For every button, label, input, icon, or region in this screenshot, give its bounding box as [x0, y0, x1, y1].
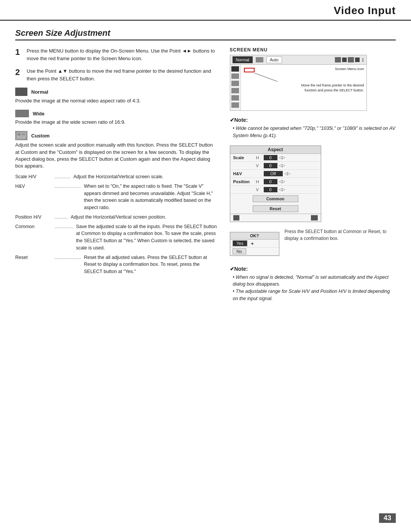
aspect-dialog-title: Aspect [230, 146, 321, 154]
aspect-pos-v-value: 0 [264, 187, 277, 192]
page-number: 43 [379, 513, 396, 523]
def-def-reset: Reset the all adjusted values. Press the… [84, 254, 218, 275]
sm-icon-4 [355, 58, 360, 62]
def-term-hv: H&V [15, 183, 51, 211]
sm-topbar: Normal Auto 1 [230, 55, 366, 65]
page-header: Video Input [0, 0, 411, 21]
sm-tab-auto: Auto [266, 56, 282, 63]
sm-icon-2 [342, 58, 347, 62]
sm-sidebar-1 [231, 66, 239, 72]
note-2-title: ✔Note: [230, 266, 396, 272]
sm-tab-normal: Normal [233, 56, 253, 63]
ok-yes-button[interactable]: Yes [233, 240, 248, 246]
screen-menu-ui: Normal Auto 1 [230, 55, 367, 111]
svg-rect-2 [21, 133, 25, 136]
def-def-scale-hv: Adjust the Horizontal/Vertical screen sc… [73, 173, 218, 181]
aspect-scale-h-arrow: ◁▷ [279, 155, 285, 160]
custom-mode-item: Custom [15, 131, 218, 140]
sm-sidebar-2 [231, 73, 239, 79]
normal-icon [15, 88, 27, 96]
step-1: 1 Press the MENU button to display the O… [15, 47, 218, 62]
wide-label: Wide [33, 111, 45, 117]
def-reset: Reset .................... Reset the all… [15, 254, 218, 275]
wide-mode-item: Wide [15, 110, 218, 117]
svg-line-4 [255, 73, 277, 81]
def-def-hv: When set to "On," the aspect ratio is fi… [84, 183, 218, 211]
aspect-row-hv: H&V Off ◁▷ [230, 170, 321, 178]
aspect-position-label: Position [233, 179, 256, 184]
aspect-row-scale-v: V 0 ◁▷ [230, 162, 321, 170]
page-content: Screen Size Adjustment 1 Press the MENU … [0, 21, 411, 323]
aspect-hv-value: Off [264, 171, 283, 176]
def-dots-2: .................... [54, 183, 81, 211]
note-2-bullet-2: • The adjustable range for Scale H/V and… [230, 288, 396, 302]
definition-list: Scale H/V ............ Adjust the Horizo… [15, 173, 218, 275]
note-2: ✔Note: • When no signal is detected, "No… [230, 266, 396, 302]
def-dots-4: .............. [54, 223, 73, 252]
def-term-reset: Reset [15, 254, 51, 275]
aspect-footer [230, 214, 321, 222]
aspect-pos-h-arrow: ◁▷ [279, 179, 285, 184]
sm-icon-screen [256, 57, 263, 62]
step-1-number: 1 [15, 47, 23, 62]
aspect-reset-row: Reset [230, 204, 321, 214]
sm-icon-3 [348, 57, 354, 62]
sm-sidebar-6 [231, 102, 239, 108]
step-1-text: Press the MENU button to display the On-… [27, 47, 218, 62]
aspect-footer-icon [233, 215, 239, 220]
aspect-common-button[interactable]: Common [253, 195, 298, 202]
confirm-section: OK? Yes ◄ No Press the SELECT button at … [230, 228, 396, 260]
ok-dialog-box: OK? Yes ◄ No [230, 232, 279, 256]
note-2-bullet-1: • When no signal is detected, "Normal" i… [230, 274, 396, 288]
aspect-reset-button[interactable]: Reset [253, 205, 298, 212]
step-2-number: 2 [15, 67, 23, 82]
sm-arrow-svg [255, 73, 300, 88]
sm-icon-1 [335, 57, 341, 62]
svg-rect-3 [18, 136, 25, 137]
aspect-row-pos-h: Position H 0 ◁▷ [230, 178, 321, 186]
left-column: 1 Press the MENU button to display the O… [15, 47, 218, 308]
sm-icon-num: 1 [362, 58, 364, 62]
aspect-scale-h-sub: H [256, 155, 264, 160]
sm-sidebar-3 [231, 81, 239, 86]
aspect-scale-v-arrow: ◁▷ [279, 163, 285, 168]
def-dots-3: .......... [54, 214, 68, 221]
wide-icon [15, 110, 29, 117]
def-term-scale-hv: Scale H/V [15, 173, 51, 181]
def-def-common: Save the adjusted scale to all the input… [76, 223, 218, 252]
def-term-common: Common [15, 223, 51, 252]
normal-label: Normal [31, 89, 48, 95]
aspect-pos-h-value: 0 [264, 179, 277, 184]
aspect-pos-h-sub: H [256, 179, 264, 184]
aspect-pos-v-sub: V [256, 187, 264, 192]
aspect-enter-icon [311, 215, 318, 220]
sm-arrow-desc: Move the red frame pointer to the desire… [299, 83, 364, 93]
aspect-row-scale-h: Scale H 0 ◁▷ [230, 154, 321, 162]
aspect-scale-h-value: 0 [264, 155, 277, 160]
def-scale-hv: Scale H/V ............ Adjust the Horizo… [15, 173, 218, 181]
note-1-title: ✔Note: [230, 117, 396, 123]
def-dots-1: ............ [54, 173, 70, 181]
page-title: Video Input [334, 5, 396, 17]
ok-dialog: OK? Yes ◄ No [230, 228, 279, 260]
def-term-position-hv: Position H/V [15, 214, 51, 221]
def-common: Common .............. Save the adjusted … [15, 223, 218, 252]
custom-label: Custom [31, 133, 49, 139]
aspect-row-pos-v: V 0 ◁▷ [230, 186, 321, 194]
step-2: 2 Use the Point ▲▼ buttons to move the r… [15, 67, 218, 82]
sm-red-frame [244, 68, 255, 72]
right-column: SCREEN MENU Normal Auto 1 [230, 47, 396, 308]
aspect-pos-v-arrow: ◁▷ [279, 187, 285, 192]
ok-no-row: No [230, 248, 279, 256]
note-1-bullet-1: • Wide cannot be operated when "720p," "… [230, 125, 396, 139]
ok-confirm-text: Press the SELECT button at Common or Res… [285, 228, 396, 242]
def-position-hv: Position H/V .......... Adjust the Horiz… [15, 214, 218, 221]
ok-no-button[interactable]: No [233, 248, 246, 254]
sm-icons-group: 1 [335, 57, 364, 62]
note-1: ✔Note: • Wide cannot be operated when "7… [230, 117, 396, 139]
ok-yes-row: Yes ◄ [230, 240, 279, 248]
sm-icon-label: Screen Menu icon [335, 66, 364, 71]
custom-icon [15, 131, 27, 140]
step-2-text: Use the Point ▲▼ buttons to move the red… [27, 67, 218, 82]
sm-sidebar-5 [231, 95, 239, 101]
